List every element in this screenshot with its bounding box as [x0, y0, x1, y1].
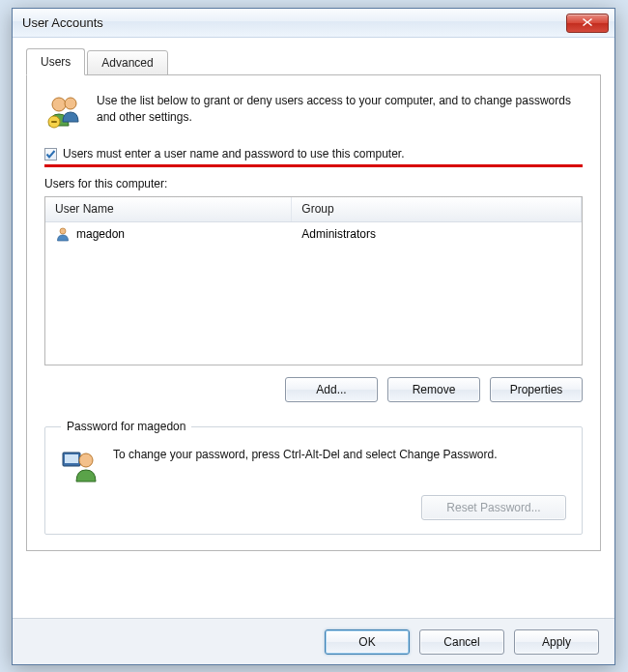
svg-rect-3: [51, 121, 57, 123]
svg-point-7: [79, 453, 93, 467]
password-groupbox: Password for magedon To change your pass…: [44, 420, 583, 535]
svg-point-1: [65, 98, 76, 109]
password-button-row: Reset Password...: [61, 495, 566, 520]
intro-text: Use the list below to grant or deny user…: [97, 93, 583, 131]
user-accounts-window: User Accounts Users Advanced: [12, 8, 615, 665]
cancel-button[interactable]: Cancel: [419, 629, 504, 655]
users-list-label: Users for this computer:: [44, 177, 583, 190]
tab-users[interactable]: Users: [26, 48, 85, 75]
svg-point-0: [52, 98, 66, 111]
user-icon: [55, 226, 71, 242]
require-login-checkbox[interactable]: [44, 148, 57, 161]
apply-button[interactable]: Apply: [514, 629, 599, 655]
titlebar: User Accounts: [13, 9, 614, 38]
check-icon: [45, 149, 56, 160]
listview-body: magedon Administrators: [45, 222, 582, 246]
svg-point-4: [60, 228, 66, 234]
tab-panel-users: Use the list below to grant or deny user…: [26, 74, 601, 551]
content-area: Users Advanced Use the list below to gra…: [13, 38, 614, 563]
tab-advanced[interactable]: Advanced: [87, 50, 167, 75]
user-buttons-row: Add... Remove Properties: [44, 377, 583, 402]
list-item[interactable]: magedon Administrators: [45, 222, 582, 246]
password-group-legend: Password for magedon: [61, 420, 191, 433]
reset-password-button[interactable]: Reset Password...: [421, 495, 566, 520]
user-password-icon: [61, 447, 100, 485]
intro-row: Use the list below to grant or deny user…: [44, 93, 583, 131]
require-login-label: Users must enter a user name and passwor…: [63, 147, 405, 161]
column-username[interactable]: User Name: [45, 197, 292, 221]
dialog-footer: OK Cancel Apply: [13, 618, 614, 664]
properties-button[interactable]: Properties: [490, 377, 583, 402]
cell-group: Administrators: [301, 227, 376, 241]
tab-row: Users Advanced: [26, 47, 601, 74]
highlight-underline: [44, 164, 583, 167]
remove-button[interactable]: Remove: [387, 377, 480, 402]
close-button[interactable]: [566, 14, 609, 33]
add-button[interactable]: Add...: [285, 377, 378, 402]
svg-rect-6: [65, 454, 78, 463]
close-icon: [582, 16, 593, 30]
users-shield-icon: [44, 93, 83, 131]
password-text: To change your password, press Ctrl-Alt-…: [113, 447, 566, 485]
ok-button[interactable]: OK: [325, 629, 410, 655]
listview-header: User Name Group: [45, 197, 582, 222]
cell-username: magedon: [76, 227, 125, 241]
require-login-checkbox-row[interactable]: Users must enter a user name and passwor…: [44, 147, 583, 161]
column-group[interactable]: Group: [292, 197, 582, 221]
users-listview[interactable]: User Name Group magedon: [44, 196, 583, 365]
window-title: User Accounts: [22, 15, 103, 30]
